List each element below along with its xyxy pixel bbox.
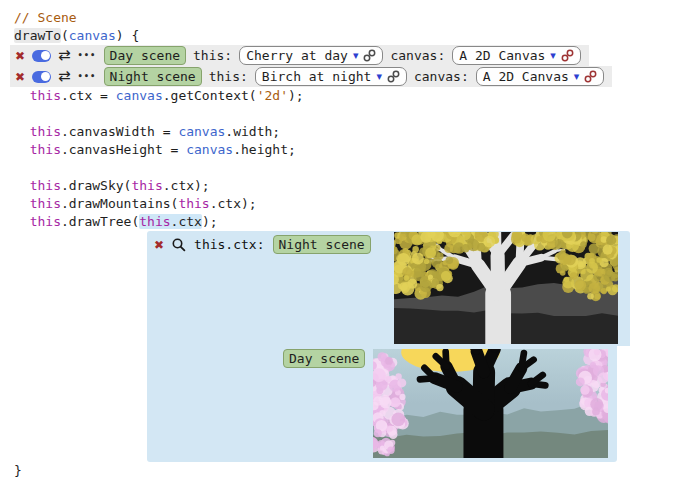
probe-panel: ✖ this.ctx: Night scene Day scene (147, 231, 630, 462)
this-value-dropdown[interactable]: Cherry at day ▾ (239, 46, 383, 65)
keyword-this: this (30, 88, 61, 103)
code-text: .ctx); (210, 196, 257, 211)
this-value-dropdown[interactable]: Birch at night ▾ (255, 67, 407, 86)
probe-header: ✖ this.ctx: Night scene (147, 231, 371, 254)
keyword-this: this (30, 178, 61, 193)
caret-down-icon: ▾ (550, 49, 556, 62)
swap-examples-icon[interactable]: ⇄ (58, 69, 71, 84)
link-icon[interactable] (363, 49, 376, 62)
toggle-knob (41, 72, 50, 81)
code-editor: // Scene drawTo(canvas) { ✖ ⇄ ••• Day sc… (0, 0, 675, 480)
link-icon-shared[interactable] (561, 49, 574, 62)
example-row-night: ✖ ⇄ ••• Night scene this: Birch at night… (10, 66, 612, 87)
code-text: .ctx = (61, 88, 116, 103)
code-line-canvasheight: this.canvasHeight = canvas.height; (0, 141, 675, 159)
probe-expression: this.ctx: (194, 237, 264, 252)
magnifier-icon[interactable] (172, 238, 186, 252)
punct: ( (61, 28, 69, 43)
code-text: .width; (225, 124, 280, 139)
probe-badge-day[interactable]: Day scene (283, 349, 365, 368)
code-line-drawto: drawTo(canvas) { (0, 27, 675, 45)
probe-badge-night[interactable]: Night scene (273, 235, 371, 254)
code-line-canvaswidth: this.canvasWidth = canvas.width; (0, 123, 675, 141)
night-scene-canvas (394, 232, 618, 344)
var-canvas: canvas (116, 88, 163, 103)
caret-down-icon: ▾ (574, 70, 580, 83)
code-text: ); (202, 214, 218, 229)
code-line-drawtree: this.drawTree(this.ctx); (0, 213, 675, 231)
keyword-this: this (30, 142, 61, 157)
swap-examples-icon[interactable]: ⇄ (58, 48, 71, 63)
close-probe-icon[interactable]: ✖ (154, 239, 164, 251)
example-toggle[interactable] (32, 71, 51, 83)
canvas-label: canvas: (390, 48, 445, 63)
code-text: .ctx (171, 214, 202, 229)
caret-down-icon: ▾ (376, 70, 382, 83)
keyword-this: this (30, 214, 61, 229)
keyword-this: this (30, 124, 61, 139)
code-text: .canvasHeight = (61, 142, 186, 157)
arg-token: canvas (69, 28, 116, 43)
dropdown-value: A 2D Canvas (483, 69, 569, 84)
code-text: .ctx); (163, 178, 210, 193)
keyword-this: this (178, 196, 209, 211)
example-row-day: ✖ ⇄ ••• Day scene this: Cherry at day ▾ … (10, 45, 589, 66)
dropdown-value: Birch at night (262, 69, 372, 84)
code-line-drawsky: this.drawSky(this.ctx); (0, 177, 675, 195)
day-scene-canvas (373, 349, 608, 458)
var-canvas: canvas (186, 142, 233, 157)
example-name-badge[interactable]: Night scene (104, 67, 202, 86)
code-line-blank (0, 105, 675, 123)
code-text: .drawSky( (61, 178, 131, 193)
example-toggle[interactable] (32, 50, 51, 62)
probe-result-night: ✖ this.ctx: Night scene (147, 231, 630, 346)
link-icon-shared[interactable] (584, 70, 597, 83)
canvas-value-dropdown[interactable]: A 2D Canvas ▾ (452, 46, 581, 65)
this-label: this: (209, 69, 248, 84)
probe-result-day: Day scene (147, 346, 617, 462)
probe-anchor-highlight[interactable]: this.ctx (139, 214, 202, 229)
code-text: .drawMountains( (61, 196, 178, 211)
code-line-comment: // Scene (0, 9, 675, 27)
keyword-this: this (139, 214, 170, 229)
keyword-this: this (131, 178, 162, 193)
remove-example-icon[interactable]: ✖ (15, 71, 25, 83)
dropdown-value: A 2D Canvas (459, 48, 545, 63)
canvas-label: canvas: (414, 69, 469, 84)
code-text: .drawTree( (61, 214, 139, 229)
code-text: .getContext( (163, 88, 257, 103)
code-text: .canvasWidth = (61, 124, 178, 139)
keyword-this: this (30, 196, 61, 211)
dropdown-value: Cherry at day (246, 48, 348, 63)
code-line-closing: } (0, 462, 675, 480)
code-line-drawmountains: this.drawMountains(this.ctx); (0, 195, 675, 213)
var-canvas: canvas (178, 124, 225, 139)
code-text: ); (288, 88, 304, 103)
string-literal: '2d' (257, 88, 288, 103)
example-name-badge[interactable]: Day scene (104, 46, 186, 65)
code-text: .height; (233, 142, 296, 157)
more-options-icon[interactable]: ••• (78, 51, 97, 60)
code-line-getcontext: this.ctx = canvas.getContext('2d'); (0, 87, 675, 105)
toggle-knob (41, 51, 50, 60)
more-options-icon[interactable]: ••• (78, 72, 97, 81)
method-name-token[interactable]: drawTo (14, 28, 61, 43)
link-icon[interactable] (387, 70, 400, 83)
remove-example-icon[interactable]: ✖ (15, 50, 25, 62)
code-line-blank (0, 159, 675, 177)
comment-text: // Scene (14, 10, 77, 25)
this-label: this: (193, 48, 232, 63)
punct: ) { (116, 28, 139, 43)
caret-down-icon: ▾ (353, 49, 359, 62)
canvas-value-dropdown[interactable]: A 2D Canvas ▾ (476, 67, 605, 86)
code-text: } (14, 463, 22, 478)
